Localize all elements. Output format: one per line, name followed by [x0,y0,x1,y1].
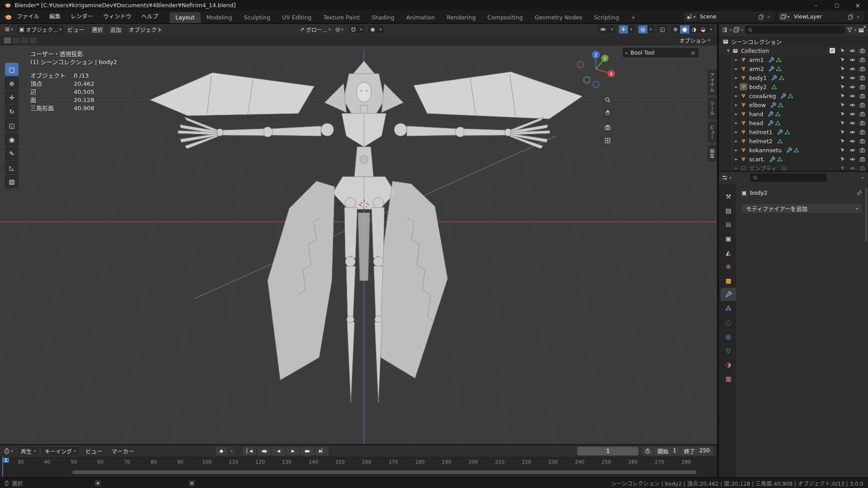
properties-tab[interactable]: ◎ [721,330,736,343]
render-toggle-icon[interactable] [859,120,865,126]
object-row[interactable]: ► helmet2 [719,136,868,145]
frame-end-field[interactable]: 終了 250 [680,447,713,455]
tool-button[interactable]: ◺ [5,161,19,174]
panel-expand-icon[interactable]: ▸ [626,51,628,55]
properties-tab[interactable]: ⊕ [721,260,736,273]
selectable-toggle-icon[interactable] [840,120,845,126]
hide-toggle-icon[interactable] [849,57,855,63]
mesh-data-icon[interactable] [775,111,781,117]
render-toggle-icon[interactable] [859,93,865,99]
modifier-icon[interactable] [769,66,774,72]
zoom-button[interactable] [602,94,613,105]
transform-orientation-dropdown[interactable]: ⇗ グロー... ▾ [297,25,333,34]
hide-toggle-icon[interactable] [849,111,855,117]
selectable-toggle-icon[interactable] [840,111,845,117]
shading-rendered-button[interactable]: ◒ [698,25,708,33]
render-toggle-icon[interactable] [859,102,865,108]
render-toggle-icon[interactable] [859,57,865,63]
hide-toggle-icon[interactable] [849,66,855,72]
modifier-icon[interactable] [770,102,776,108]
xray-toggle[interactable]: ◱ [658,25,667,33]
navigation-gizmo[interactable]: Z Y X [577,51,615,88]
workspace-tab[interactable]: Animation [401,12,441,23]
object-row[interactable]: ► scart. [719,155,868,164]
scene-browse-button[interactable]: ▾ [684,12,697,21]
proportional-dropdown[interactable]: ▾ [377,25,384,33]
selectable-toggle-icon[interactable] [840,129,845,135]
outliner-editor-icon[interactable] [722,27,728,33]
transport-button[interactable]: ◀◆ [257,447,271,455]
object-row[interactable]: ► head [719,118,868,127]
modifier-icon[interactable] [769,156,775,162]
menu-item[interactable]: レンダー [66,10,98,23]
gizmo-z-neg-axis[interactable] [593,81,599,88]
scene-collection-row[interactable]: シーンコレクション [719,37,868,46]
panel-menu-icon[interactable]: ≡ [691,50,695,56]
mesh-data-icon[interactable] [776,66,782,72]
hide-toggle-icon[interactable] [849,93,855,99]
viewport-menu-item[interactable]: 追加 [106,24,125,35]
object-row[interactable]: ► kokannsetu [719,145,868,155]
selectable-toggle-icon[interactable] [840,156,845,162]
hide-toggle-icon[interactable] [849,138,855,144]
hide-toggle-icon[interactable] [849,165,855,171]
modifier-icon[interactable] [769,57,774,63]
outliner-search-input[interactable] [755,27,842,33]
menu-item[interactable]: ウィンドウ [98,10,137,23]
properties-tab[interactable]: ■ [721,274,736,287]
workspace-tab[interactable]: Shading [366,12,401,23]
modifier-icon[interactable] [768,120,774,126]
modifier-icon[interactable] [786,147,792,153]
hide-toggle-icon[interactable] [849,102,855,108]
select-mode-intersect-button[interactable] [29,37,37,44]
properties-tab[interactable]: ◌ [721,316,736,329]
gizmo-x-neg-axis[interactable] [577,61,584,68]
bool-tool-panel[interactable]: ▸ Bool Tool ≡ [623,48,698,57]
auto-keying-dropdown[interactable]: ▾ [228,447,236,455]
modifier-icon[interactable] [771,75,777,81]
render-toggle-icon[interactable] [859,138,865,144]
render-toggle-icon[interactable] [859,66,865,72]
properties-tab[interactable] [721,288,736,301]
properties-tab[interactable]: ⚒ [721,190,736,203]
render-toggle-icon[interactable] [859,111,865,117]
close-button[interactable]: × [847,0,868,10]
timeline-track[interactable] [0,468,717,477]
frame-start-field[interactable]: 開始 1 [654,447,680,455]
object-row[interactable]: ► body1 [719,73,868,82]
viewport-menu-item[interactable]: ビュー [64,24,88,35]
timeline-menu-item[interactable]: キーイング▾ [41,446,81,456]
mesh-data-icon[interactable] [793,147,799,153]
gizmo-y-neg-axis[interactable] [584,77,590,83]
shading-material-button[interactable]: ◑ [689,25,698,33]
tool-button[interactable]: ✛ [5,91,19,104]
mesh-data-icon[interactable] [777,156,783,162]
sidebar-tab[interactable]: ツール [708,98,717,119]
properties-editor-icon[interactable] [722,174,728,181]
workspace-tab[interactable]: Sculpting [238,12,276,23]
overlays-toggle[interactable]: ◎ [638,25,647,33]
properties-tab[interactable]: ▣ [721,232,736,245]
tool-button[interactable]: ◉ [5,133,19,146]
workspace-tab[interactable]: Layout [170,12,201,23]
pivot-point-dropdown[interactable]: ◎ ▾ [333,25,345,33]
gizmo-dropdown[interactable]: ▾ [628,25,635,33]
minimize-button[interactable]: – [806,0,826,10]
tool-button[interactable]: ↻ [5,105,19,118]
mesh-data-icon[interactable] [776,57,782,63]
workspace-tab[interactable]: Compositing [481,12,528,23]
object-row[interactable]: ► arm1 [719,55,868,64]
transport-button[interactable]: ▏◀ [243,447,256,455]
new-viewlayer-icon[interactable] [848,14,854,20]
mesh-data-icon[interactable] [775,120,781,126]
sidebar-tab[interactable]: 編集 [708,145,717,162]
object-row[interactable]: ► エンプティ [719,164,868,173]
sidebar-tab[interactable]: アイテム [708,69,717,95]
sidebar-tab[interactable]: ビュー [708,122,717,143]
options-dropdown[interactable]: オプション ▾ [676,36,713,45]
properties-tab[interactable]: ▤ [721,204,736,217]
shading-wireframe-button[interactable]: ⊕ [671,25,680,33]
selectable-toggle-icon[interactable] [840,84,845,89]
tool-button[interactable]: ⊕ [5,77,19,90]
selectable-toggle-icon[interactable] [840,75,845,80]
